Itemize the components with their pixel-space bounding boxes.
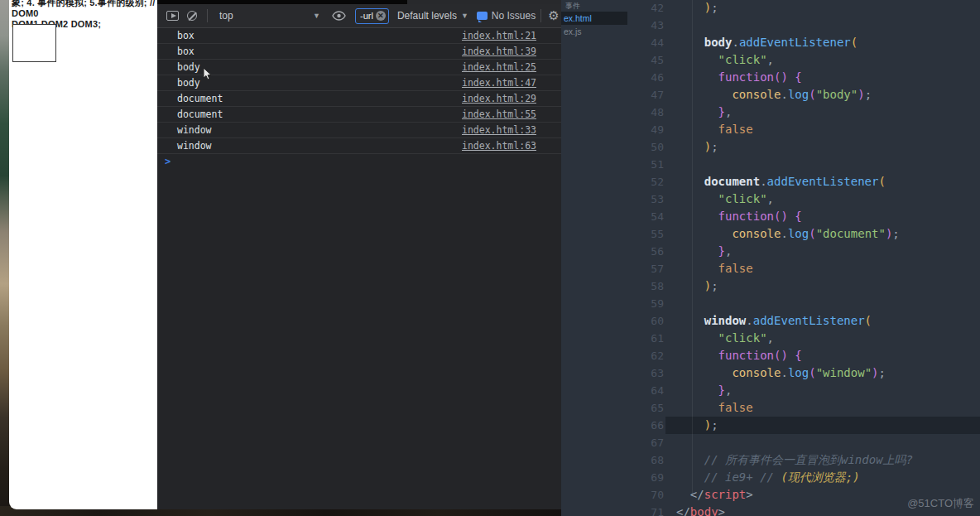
line-number[interactable]: 57 [621,260,664,277]
chevron-down-icon: ▼ [461,12,468,20]
code-line: ); [676,417,913,434]
issues-label: No Issues [492,10,536,22]
line-number[interactable]: 66 [621,417,664,434]
clear-console-icon[interactable] [182,6,202,26]
console-message: window [177,140,212,152]
line-number[interactable]: 69 [621,469,664,486]
code-line: ); [676,0,913,17]
line-number[interactable]: 51 [621,156,664,173]
line-number[interactable]: 64 [621,382,664,399]
prompt-chevron-icon: > [165,156,171,167]
line-number[interactable]: 45 [621,51,664,69]
filter-input[interactable]: -url ✕ [355,8,389,24]
console-row: bodyindex.html:47 [157,75,561,91]
line-number[interactable]: 58 [621,277,664,295]
source-link[interactable]: index.html:55 [462,109,536,120]
console-row: windowindex.html:63 [157,138,561,154]
console-sidebar-icon[interactable] [162,6,182,26]
eye-icon[interactable] [329,6,348,26]
line-number[interactable]: 53 [621,190,664,208]
gear-icon[interactable]: ⚙ [548,8,559,23]
code-line: ); [676,138,913,156]
code-line: </script> [676,486,913,504]
line-number[interactable]: 60 [621,312,664,330]
watermark: @51CTO博客 [907,496,974,511]
explorer-item[interactable]: ex.js [561,25,627,38]
console-row: bodyindex.html:25 [157,60,561,75]
issues-counter[interactable]: No Issues [477,10,536,22]
line-number[interactable]: 48 [621,104,664,121]
source-link[interactable]: index.html:29 [462,93,536,104]
line-number[interactable]: 59 [621,295,664,312]
execution-context-label: top [219,10,233,22]
desktop-wallpaper-strip [0,0,9,516]
code-line: "click", [676,190,913,208]
line-number[interactable]: 47 [621,86,664,104]
console-message: body [177,77,200,89]
code-line: }, [676,382,913,399]
console-message: box [177,46,195,57]
code-line: document.addEventListener( [676,173,913,190]
code-editor: 事件ex.htmlex.js 4243444546474849505152535… [561,0,980,516]
code-line: false [676,399,913,417]
explorer-item[interactable]: 事件 [561,0,627,12]
code-line: false [676,121,913,138]
line-number[interactable]: 62 [621,347,664,364]
console-message: document [177,109,223,120]
code-line: "click", [676,330,913,347]
source-link[interactable]: index.html:63 [462,140,536,152]
line-number[interactable]: 54 [621,208,664,225]
source-link[interactable]: index.html:25 [462,61,536,73]
line-number[interactable]: 50 [621,138,664,156]
code-line: ); [676,277,913,295]
line-number[interactable]: 55 [621,225,664,243]
source-link[interactable]: index.html:21 [462,30,536,41]
code-line: "click", [676,51,913,69]
chevron-down-icon: ▼ [313,12,320,20]
screen: 象; 4. 事件的模拟; 5.事件的级别; // DOM0 DOM1 DOM2 … [0,0,980,516]
toolbar-divider [540,9,541,22]
devtools-panel: top ▼ -url ✕ Default levels ▼ No Issues … [157,0,561,509]
source-link[interactable]: index.html:39 [462,46,536,57]
line-number[interactable]: 65 [621,399,664,417]
source-link[interactable]: index.html:47 [462,77,536,89]
box-element[interactable] [12,24,56,62]
page-notes-line1: 象; 4. 事件的模拟; 5.事件的级别; // DOM0 [12,0,156,19]
code-line: body.addEventListener( [676,34,913,51]
line-number[interactable]: 52 [621,173,664,190]
code-line: }, [676,104,913,121]
line-number[interactable]: 67 [621,434,664,451]
browser-page: 象; 4. 事件的模拟; 5.事件的级别; // DOM0 DOM1 DOM2 … [9,0,157,509]
execution-context-select[interactable]: top ▼ [219,10,320,22]
mouse-cursor [203,67,213,81]
line-number[interactable]: 68 [621,451,664,469]
line-number[interactable]: 63 [621,364,664,382]
issues-bubble-icon [477,12,488,20]
line-number[interactable]: 71 [621,504,664,516]
code-lines[interactable]: ); body.addEventListener( "click", funct… [676,0,913,516]
log-levels-select[interactable]: Default levels ▼ [397,10,468,22]
line-number[interactable]: 61 [621,330,664,347]
line-number[interactable]: 42 [621,0,664,17]
code-line [676,156,913,173]
line-number[interactable]: 44 [621,34,664,51]
line-number[interactable]: 49 [621,121,664,138]
console-row: windowindex.html:33 [157,123,561,138]
source-link[interactable]: index.html:33 [462,124,536,136]
line-number[interactable]: 43 [621,17,664,34]
console-message: body [177,61,200,73]
code-line: // ie9+ // (现代浏览器;) [676,469,913,486]
console-message: box [177,30,195,41]
line-number[interactable]: 56 [621,243,664,260]
line-number[interactable]: 70 [621,486,664,504]
filter-clear-icon[interactable]: ✕ [376,11,386,21]
console-message: window [177,124,212,136]
code-line: </body> [676,504,913,516]
code-line: console.log("document"); [676,225,913,243]
console-row: documentindex.html:55 [157,107,561,123]
explorer-item[interactable]: ex.html [561,12,627,25]
code-line [676,434,913,451]
code-line: function() { [676,69,913,86]
console-prompt[interactable]: > [157,154,561,170]
line-number[interactable]: 46 [621,69,664,86]
